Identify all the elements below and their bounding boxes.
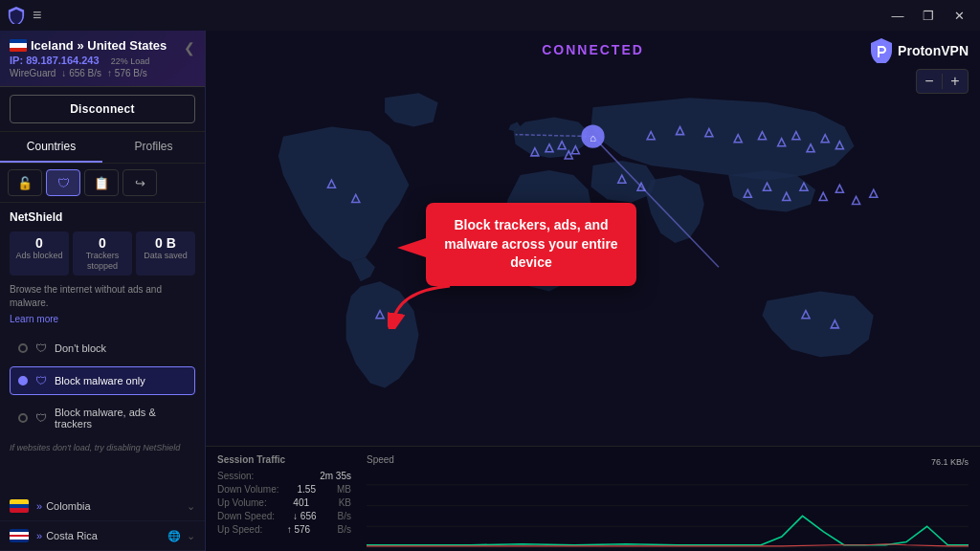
traffic-stats: Session Traffic Session: 2m 35s Down Vol… [217,454,351,543]
speed-chart [367,473,969,549]
session-value: 2m 35s [320,471,351,481]
proton-logo: ProtonVPN [871,38,969,63]
zoom-controls: − + [916,69,969,94]
down-speed-label: Down Speed: [217,511,275,521]
us-flag [10,39,27,52]
costa-rica-arrow-icon: » [36,530,42,541]
up-volume-row: Up Volume: 401 KB [217,497,351,508]
up-speed: ↑ 576 B/s [107,68,147,78]
shield-full-icon: 🛡 [35,411,47,425]
filter-profiles-button[interactable]: 📋 [84,169,119,196]
disconnect-button[interactable]: Disconnect [10,95,195,123]
tabs-container: Countries Profiles [0,132,205,164]
main-layout: Iceland » United States IP: 89.187.164.2… [0,31,980,551]
country-item-costa-rica[interactable]: » Costa Rica 🌐 ⌄ [0,521,205,551]
down-speed: ↓ 656 B/s [61,68,101,78]
option-no-block[interactable]: 🛡 Don't block [10,334,195,363]
close-button[interactable]: ✕ [946,5,972,26]
radio-dot-no-block [18,343,28,353]
data-saved-number: 0 B [142,235,189,251]
session-label: Session: [217,471,254,481]
filter-icons-bar: 🔓 🛡 📋 ↪ [0,164,205,203]
ads-blocked-label: Ads blocked [15,251,63,261]
route-text: Iceland » United States [31,38,167,53]
no-block-label: Don't block [55,342,106,354]
down-volume-unit: MB [337,484,351,495]
shield-malware-icon: 🛡 [35,374,47,387]
globe-icon: 🌐 [167,530,181,542]
colombia-chevron-icon: ⌄ [187,500,195,513]
ads-blocked-number: 0 [15,235,63,251]
connection-ip: IP: 89.187.164.243 22% Load [10,55,184,66]
malware-only-label: Block malware only [55,375,145,386]
down-speed-unit: B/s [338,511,351,521]
stat-ads-blocked: 0 Ads blocked [10,231,69,276]
up-volume-value: 401 [293,497,309,508]
back-chevron-icon[interactable]: ❮ [184,40,195,55]
speed-title: Speed [367,454,394,465]
down-volume-label: Down Volume: [217,484,278,495]
shield-off-icon: 🛡 [35,342,47,355]
down-speed-value: ↓ 656 [293,511,316,521]
zoom-out-button[interactable]: − [917,70,942,93]
up-volume-unit: KB [339,497,351,508]
ip-address: 89.187.164.243 [26,55,99,66]
colombia-flag [10,499,29,513]
zoom-in-button[interactable]: + [943,70,968,93]
protocol-text: WireGuard [10,68,56,78]
country-item-colombia[interactable]: » Colombia ⌄ [0,492,205,521]
costa-rica-chevron-icon: ⌄ [187,530,195,542]
speed-peak: 76.1 KB/s [931,457,969,467]
up-speed-value: ↑ 576 [287,524,310,535]
up-speed-unit: B/s [338,524,351,535]
tab-countries[interactable]: Countries [0,132,102,163]
traffic-panel: Session Traffic Session: 2m 35s Down Vol… [206,446,980,551]
connection-route: Iceland » United States [10,38,184,53]
option-malware-only[interactable]: 🛡 Block malware only [10,366,195,395]
disconnect-section: Disconnect [0,87,205,132]
connected-status: CONNECTED [542,42,644,57]
restore-button[interactable]: ❐ [915,5,942,26]
down-speed-row: Down Speed: ↓ 656 B/s [217,511,351,521]
filter-all-button[interactable]: 🔓 [8,169,42,196]
title-bar: ≡ — ❐ ✕ [0,0,980,31]
trackers-label: Trackers stopped [78,251,126,272]
ip-label: IP: [10,55,23,66]
hamburger-menu[interactable]: ≡ [33,7,41,24]
svg-rect-36 [367,474,969,547]
map-panel: CONNECTED ProtonVPN − + [206,31,980,551]
netshield-description: Browse the internet without ads and malw… [10,283,195,310]
netshield-title: NetShield [10,210,195,224]
colombia-name: Colombia [46,500,187,512]
stat-trackers-stopped: 0 Trackers stopped [73,231,132,276]
radio-dot-malware-only [18,376,28,386]
sidebar: Iceland » United States IP: 89.187.164.2… [0,31,206,551]
stat-data-saved: 0 B Data saved [136,231,195,276]
feature-popup: Block trackers, ads, and malware across … [426,203,636,286]
connection-meta: WireGuard ↓ 656 B/s ↑ 576 B/s [10,68,184,78]
svg-text:⌂: ⌂ [590,132,596,143]
costa-rica-name: Costa Rica [46,530,167,541]
feature-popup-text: Block trackers, ads, and malware across … [444,217,617,270]
minimize-button[interactable]: — [884,5,911,26]
up-speed-row: Up Speed: ↑ 576 B/s [217,524,351,535]
up-speed-label: Up Speed: [217,524,262,535]
radio-dot-malware-ads [18,413,28,423]
proton-logo-text: ProtonVPN [898,43,969,58]
session-row: Session: 2m 35s [217,471,351,481]
connection-header: Iceland » United States IP: 89.187.164.2… [0,31,205,87]
option-malware-ads[interactable]: 🛡 Block malware, ads & trackers [10,399,195,437]
tab-profiles[interactable]: Profiles [102,132,205,163]
filter-netshield-button[interactable]: 🛡 [46,169,80,196]
malware-ads-label: Block malware, ads & trackers [55,407,187,430]
learn-more-link[interactable]: Learn more [10,314,195,324]
netshield-section: NetShield 0 Ads blocked 0 Trackers stopp… [0,203,205,492]
load-text: 22% Load [111,56,150,66]
speed-panel: Speed 76.1 KB/s 60 Seconds [367,454,969,543]
down-volume-row: Down Volume: 1.55 MB [217,484,351,495]
connection-info: Iceland » United States IP: 89.187.164.2… [10,38,184,78]
filter-more-button[interactable]: ↪ [122,169,157,196]
up-volume-label: Up Volume: [217,497,267,508]
data-saved-label: Data saved [142,251,189,261]
netshield-warning: If websites don't load, try disabling Ne… [10,443,195,452]
